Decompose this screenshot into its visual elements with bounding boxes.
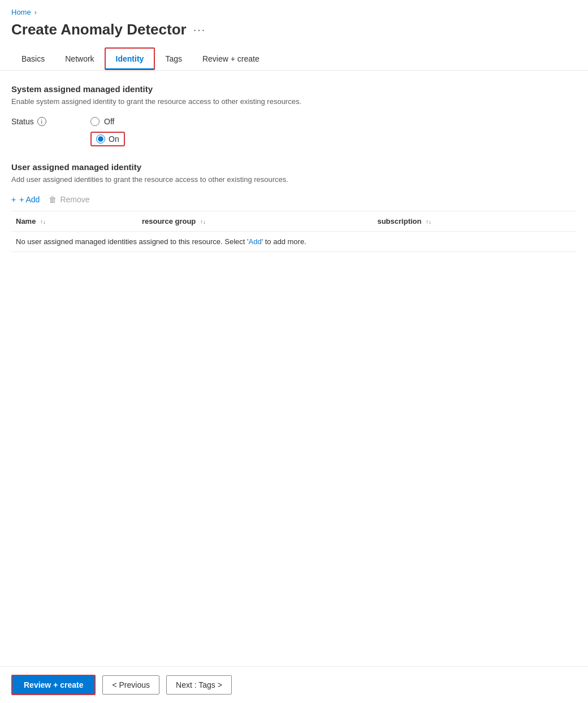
radio-off-item[interactable]: Off [90,117,125,126]
remove-button[interactable]: 🗑 Remove [49,193,89,206]
footer-bar: Review + create < Previous Next : Tags > [0,666,588,703]
empty-message-end: ' to add more. [262,237,306,246]
col-resource-group[interactable]: resource group ↑↓ [137,211,373,232]
add-button[interactable]: + + Add [11,193,40,206]
tab-identity[interactable]: Identity [105,47,155,70]
action-bar: + + Add 🗑 Remove [11,193,577,211]
status-info-icon[interactable]: i [37,117,46,126]
review-create-button[interactable]: Review + create [11,675,96,695]
tab-tags[interactable]: Tags [155,47,192,70]
next-button[interactable]: Next : Tags > [166,675,232,695]
system-assigned-title: System assigned managed identity [11,84,577,94]
breadcrumb-home[interactable]: Home [11,8,31,16]
radio-on[interactable] [96,134,105,144]
status-row: Status i Off On [11,117,577,146]
user-assigned-title: User assigned managed identity [11,162,577,172]
col-name[interactable]: Name ↑↓ [11,211,137,232]
empty-message-cell: No user assigned managed identities assi… [11,232,577,252]
tab-network[interactable]: Network [55,47,104,70]
radio-off-label: Off [104,117,114,126]
tab-bar: Basics Network Identity Tags Review + cr… [0,47,588,71]
trash-icon: 🗑 [49,195,57,204]
radio-on-item[interactable]: On [90,132,125,146]
status-label-group: Status i [11,117,57,126]
status-radio-group: Off On [90,117,125,146]
page-menu-button[interactable]: ··· [193,23,206,36]
tab-basics[interactable]: Basics [11,47,55,70]
breadcrumb-separator: › [34,8,37,16]
previous-button[interactable]: < Previous [102,675,159,695]
main-content: System assigned managed identity Enable … [0,71,588,297]
status-text: Status [11,117,34,126]
sort-icon-name: ↑↓ [40,219,46,225]
radio-off[interactable] [90,117,100,126]
identities-table: Name ↑↓ resource group ↑↓ subscription ↑… [11,211,577,252]
sort-icon-rg: ↑↓ [200,219,206,225]
add-icon: + [11,195,16,204]
empty-message-link[interactable]: Add [249,237,262,246]
table-empty-row: No user assigned managed identities assi… [11,232,577,252]
system-assigned-desc: Enable system assigned identity to grant… [11,97,577,106]
radio-on-wrapper: On [90,132,125,146]
remove-label: Remove [60,195,89,204]
sort-icon-sub: ↑↓ [426,219,431,225]
add-label: + Add [19,195,40,204]
page-title: Create Anomaly Detector [11,21,187,38]
empty-message-start: No user assigned managed identities assi… [16,237,249,246]
breadcrumb: Home › [0,0,588,16]
col-subscription[interactable]: subscription ↑↓ [373,211,577,232]
page-header: Create Anomaly Detector ··· [0,16,588,47]
user-assigned-desc: Add user assigned identities to grant th… [11,175,577,184]
tab-review-create[interactable]: Review + create [192,47,270,70]
radio-on-label: On [109,134,119,144]
